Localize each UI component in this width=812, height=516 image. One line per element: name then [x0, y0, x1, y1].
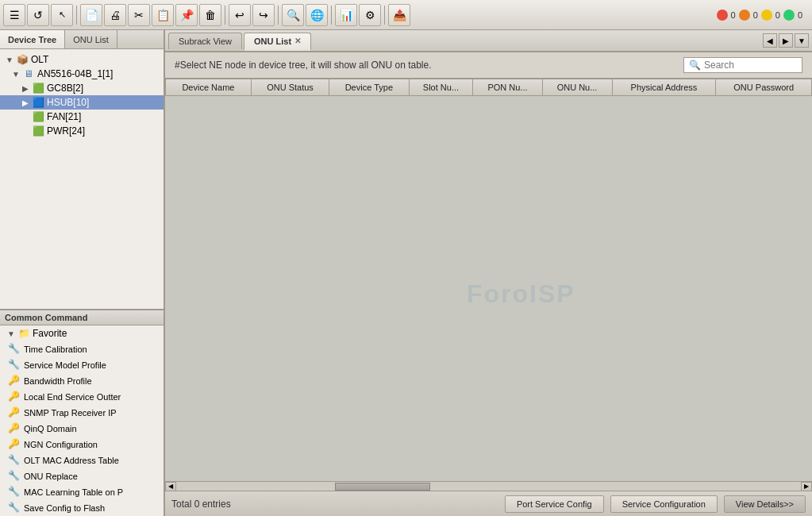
web-btn[interactable]: 🌐	[306, 4, 328, 26]
cmd-onu-replace[interactable]: 🔧 ONU Replace	[0, 468, 164, 484]
tab-onu-list-right[interactable]: ONU List ✕	[244, 33, 311, 51]
hsub-icon: 🟦	[32, 96, 44, 109]
cmd-bandwidth-profile[interactable]: 🔑 Bandwidth Profile	[0, 373, 164, 389]
search-input[interactable]	[704, 60, 791, 71]
cmd-label: SNMP Trap Receiver IP	[24, 408, 117, 418]
subrack-tab-label: Subrack View	[179, 37, 232, 46]
command-list: ▼ 📁 Favorite 🔧 Time Calibration 🔧 Servic…	[0, 325, 164, 516]
cmd-qinq-domain[interactable]: 🔑 QinQ Domain	[0, 421, 164, 437]
favorite-group[interactable]: ▼ 📁 Favorite	[0, 325, 164, 341]
green-light	[783, 10, 795, 21]
separator-5	[384, 6, 385, 25]
toggle-olt[interactable]: ▼	[3, 56, 16, 64]
tab-onu-list[interactable]: ONU List	[65, 30, 117, 48]
cmd-local-end-service[interactable]: 🔑 Local End Service Outter	[0, 389, 164, 405]
menu-btn[interactable]: ☰	[3, 4, 25, 26]
scrollbar-thumb[interactable]	[335, 483, 430, 491]
left-panel: Device Tree ONU List ▼ 📦 OLT ▼ 🖥 AN5516-…	[0, 30, 165, 516]
cmd-snmp-trap[interactable]: 🔑 SNMP Trap Receiver IP	[0, 405, 164, 421]
tab-subrack-view[interactable]: Subrack View	[168, 33, 242, 49]
find-btn[interactable]: 🔍	[282, 4, 304, 26]
gc8b-icon: 🟩	[32, 82, 44, 94]
search-icon: 🔍	[689, 60, 701, 71]
save-config-icon: 🔧	[8, 502, 21, 514]
cmd-label: Service Model Profile	[24, 360, 106, 370]
table-container: Device Name ONU Status Device Type Slot …	[165, 79, 812, 481]
green-count: 0	[798, 10, 802, 20]
command-panel: Common Command ▼ 📁 Favorite 🔧 Time Calib…	[0, 309, 164, 516]
tab-device-tree[interactable]: Device Tree	[0, 30, 65, 48]
toggle-pwr[interactable]: ▶	[19, 127, 32, 136]
undo-btn[interactable]: ↩	[229, 4, 251, 26]
cmd-label: Bandwidth Profile	[24, 376, 92, 386]
traffic-lights: 0 0 0 0	[717, 10, 810, 21]
onu-list-tab-label: ONU List	[254, 37, 291, 46]
print-btn[interactable]: 🖨	[104, 4, 126, 26]
tree-item-an5516[interactable]: ▼ 🖥 AN5516-04B_1[1]	[0, 67, 164, 81]
cmd-label: Save Config to Flash	[24, 503, 105, 513]
separator-1	[76, 6, 77, 25]
cmd-label: QinQ Domain	[24, 424, 77, 433]
tab-nav-left[interactable]: ◀	[763, 33, 777, 48]
chart-btn[interactable]: 📊	[335, 4, 357, 26]
copy-btn[interactable]: 📋	[152, 4, 174, 26]
cmd-time-calibration[interactable]: 🔧 Time Calibration	[0, 341, 164, 357]
orange-count: 0	[753, 10, 758, 20]
qinq-icon: 🔑	[8, 422, 21, 435]
hsub-label: HSUB[10]	[47, 97, 89, 108]
bandwidth-icon: 🔑	[8, 375, 21, 387]
toggle-gc8b[interactable]: ▶	[19, 84, 32, 93]
bottom-bar: Total 0 entries Port Service Config Serv…	[165, 491, 812, 516]
refresh-btn[interactable]: ↺	[27, 4, 49, 26]
separator-4	[331, 6, 332, 25]
horizontal-scrollbar: ◀ ▶	[165, 481, 812, 491]
toggle-fan[interactable]: ▶	[19, 113, 32, 121]
yellow-count: 0	[775, 10, 780, 20]
cmd-olt-mac[interactable]: 🔧 OLT MAC Address Table	[0, 452, 164, 468]
service-configuration-btn[interactable]: Service Configuration	[610, 495, 718, 513]
search-box: 🔍	[683, 57, 802, 73]
tab-navigation: ◀ ▶ ▼	[763, 33, 809, 48]
cmd-label: OLT MAC Address Table	[24, 456, 119, 465]
view-details-btn[interactable]: View Details>>	[724, 495, 806, 513]
port-service-config-btn[interactable]: Port Service Config	[505, 495, 604, 513]
toggle-hsub[interactable]: ▶	[19, 98, 32, 107]
tab-nav-down[interactable]: ▼	[795, 33, 809, 48]
tree-item-fan[interactable]: ▶ 🟩 FAN[21]	[0, 110, 164, 124]
scroll-right-btn[interactable]: ▶	[801, 482, 812, 491]
scroll-left-btn[interactable]: ◀	[165, 482, 176, 491]
cmd-ngn-config[interactable]: 🔑 NGN Configuration	[0, 437, 164, 452]
cmd-mac-learning[interactable]: 🔧 MAC Learning Table on P	[0, 484, 164, 500]
main-container: Device Tree ONU List ▼ 📦 OLT ▼ 🖥 AN5516-…	[0, 30, 812, 516]
cmd-service-model-profile[interactable]: 🔧 Service Model Profile	[0, 357, 164, 373]
toggle-favorite[interactable]: ▼	[5, 329, 17, 338]
scrollbar-track[interactable]	[176, 483, 801, 491]
message-text: #Select NE node in device tree, it will …	[175, 60, 432, 71]
cut-btn[interactable]: ✂	[128, 4, 150, 26]
tab-nav-right[interactable]: ▶	[779, 33, 793, 48]
ngn-icon: 🔑	[8, 438, 21, 451]
toggle-an5516[interactable]: ▼	[10, 70, 22, 79]
export-btn[interactable]: 📤	[388, 4, 410, 26]
tree-item-pwr[interactable]: ▶ 🟩 PWR[24]	[0, 124, 164, 138]
config-btn[interactable]: ⚙	[359, 4, 381, 26]
new-btn[interactable]: 📄	[80, 4, 102, 26]
separator-3	[278, 6, 279, 25]
onu-list-close-icon[interactable]: ✕	[294, 37, 301, 45]
paste-btn[interactable]: 📌	[175, 4, 198, 26]
watermark: ForoISP	[467, 279, 575, 308]
cmd-save-config[interactable]: 🔧 Save Config to Flash	[0, 500, 164, 516]
service-model-icon: 🔧	[8, 359, 21, 372]
tree-item-hsub[interactable]: ▶ 🟦 HSUB[10]	[0, 95, 164, 110]
an5516-label: AN5516-04B_1[1]	[37, 68, 113, 79]
redo-btn[interactable]: ↪	[252, 4, 275, 26]
col-onu-num: ONU Nu...	[542, 79, 612, 96]
tree-item-olt[interactable]: ▼ 📦 OLT	[0, 52, 164, 67]
left-tab-bar: Device Tree ONU List	[0, 30, 164, 49]
delete-btn[interactable]: 🗑	[199, 4, 221, 26]
separator-2	[225, 6, 225, 25]
cursor-btn[interactable]: ↖	[51, 4, 73, 26]
tree-item-gc8b[interactable]: ▶ 🟩 GC8B[2]	[0, 81, 164, 95]
local-end-icon: 🔑	[8, 391, 21, 403]
total-entries: Total 0 entries	[171, 499, 498, 510]
